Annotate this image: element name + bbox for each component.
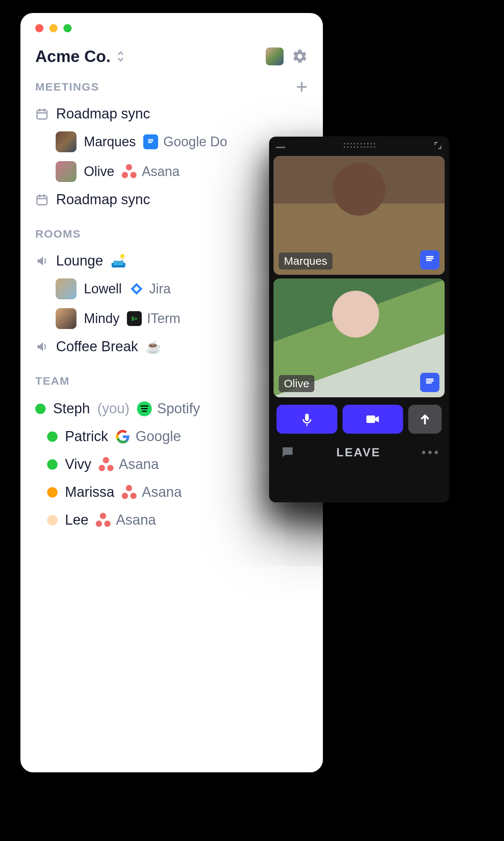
room-item[interactable]: Lounge 🛋️ — [35, 248, 308, 274]
rooms-label: ROOMS — [35, 228, 81, 240]
meeting-item[interactable]: Roadmap sync — [35, 186, 308, 213]
drag-handle[interactable] — [344, 143, 376, 148]
room-emoji: 🛋️ — [111, 254, 126, 268]
you-label: (you) — [97, 401, 130, 417]
screenshare-button[interactable] — [408, 405, 442, 434]
app-name: Google Do — [163, 134, 227, 150]
avatar — [56, 161, 76, 182]
svg-rect-1 — [37, 196, 47, 205]
participant-name: Mindy — [84, 311, 120, 326]
more-options-button[interactable] — [422, 451, 438, 454]
team-name: Lee — [65, 512, 88, 528]
meetings-label: MEETINGS — [35, 81, 99, 93]
app-name: Asana — [119, 456, 159, 472]
svg-rect-4 — [367, 415, 375, 423]
asana-icon — [96, 513, 111, 528]
app-name: Asana — [116, 512, 156, 528]
google-icon — [115, 429, 130, 444]
calendar-icon — [35, 193, 49, 206]
tile-share-button[interactable] — [420, 250, 439, 270]
presence-indicator — [35, 404, 46, 414]
meetings-section-header: MEETINGS — [35, 81, 308, 93]
jira-icon — [129, 281, 144, 296]
team-name: Steph — [53, 401, 90, 417]
expand-call-button[interactable] — [433, 141, 442, 150]
team-name: Patrick — [65, 428, 108, 444]
asana-icon — [122, 164, 137, 179]
minimize-window-button[interactable] — [49, 24, 58, 32]
team-name: Marissa — [65, 484, 114, 500]
app-tag: Spotify — [137, 401, 200, 417]
calendar-icon — [35, 107, 49, 121]
workspace-name: Acme Co. — [35, 47, 111, 66]
iterm-icon: $> — [127, 311, 142, 326]
add-meeting-button[interactable] — [295, 81, 308, 93]
app-tag: $> ITerm — [127, 311, 180, 326]
settings-button[interactable] — [292, 48, 308, 65]
team-section-header: TEAM — [35, 375, 308, 387]
tile-share-button[interactable] — [420, 373, 439, 392]
avatar — [56, 131, 76, 152]
workspace-switcher[interactable]: Acme Co. — [35, 47, 125, 66]
team-item[interactable]: Lee Asana — [47, 506, 308, 534]
meeting-item[interactable]: Roadmap sync — [35, 101, 308, 127]
app-tag: Asana — [99, 456, 159, 472]
video-tile[interactable]: Olive — [274, 278, 445, 397]
asana-icon — [99, 457, 114, 472]
app-tag: Google — [115, 428, 181, 444]
avatar — [56, 278, 76, 299]
camera-button[interactable] — [343, 405, 403, 434]
tile-name: Marques — [279, 252, 333, 270]
presence-indicator — [47, 487, 58, 498]
current-user-avatar[interactable] — [266, 48, 284, 65]
participant-name: Marques — [84, 134, 136, 150]
app-tag: Google Do — [143, 134, 227, 150]
team-label: TEAM — [35, 375, 70, 387]
asana-icon — [122, 485, 137, 500]
app-tag: Asana — [122, 164, 180, 179]
chevron-up-down-icon — [116, 50, 125, 63]
room-item[interactable]: Coffee Break ☕ — [35, 333, 308, 360]
mute-button[interactable] — [276, 405, 337, 434]
app-name: Asana — [142, 484, 182, 500]
svg-rect-0 — [37, 110, 47, 119]
meeting-title: Roadmap sync — [56, 106, 150, 122]
app-name: Spotify — [157, 401, 200, 417]
room-title: Lounge — [56, 253, 103, 269]
presence-indicator — [47, 515, 58, 525]
room-title: Coffee Break — [56, 339, 138, 355]
presence-indicator — [47, 459, 58, 470]
video-tile[interactable]: Marques — [274, 156, 445, 275]
app-name: Jira — [149, 281, 171, 297]
team-item[interactable]: Steph (you) Spotify — [35, 395, 308, 423]
participant-name: Olive — [84, 164, 114, 179]
spotify-icon — [137, 401, 152, 416]
window-controls — [35, 24, 308, 32]
app-name: Asana — [142, 164, 180, 179]
chat-button[interactable] — [280, 445, 295, 460]
leave-button[interactable]: LEAVE — [336, 446, 380, 459]
speaker-icon — [35, 340, 49, 353]
rooms-section-header: ROOMS — [35, 228, 308, 240]
app-tag: Asana — [96, 512, 156, 528]
call-panel: Marques Olive — [269, 137, 449, 502]
participant-name: Lowell — [84, 281, 122, 297]
app-tag: Jira — [129, 281, 171, 297]
tile-name: Olive — [279, 375, 314, 392]
team-name: Vivy — [65, 456, 91, 472]
avatar — [56, 308, 76, 329]
maximize-window-button[interactable] — [63, 24, 72, 32]
minimize-call-button[interactable] — [276, 147, 285, 148]
app-name: ITerm — [147, 311, 180, 326]
close-window-button[interactable] — [35, 24, 43, 32]
app-tag: Asana — [122, 484, 182, 500]
speaker-icon — [35, 254, 49, 268]
presence-indicator — [47, 431, 58, 442]
app-name: Google — [135, 428, 181, 444]
google-docs-icon — [143, 134, 158, 149]
room-emoji: ☕ — [145, 339, 161, 354]
meeting-title: Roadmap sync — [56, 192, 150, 208]
